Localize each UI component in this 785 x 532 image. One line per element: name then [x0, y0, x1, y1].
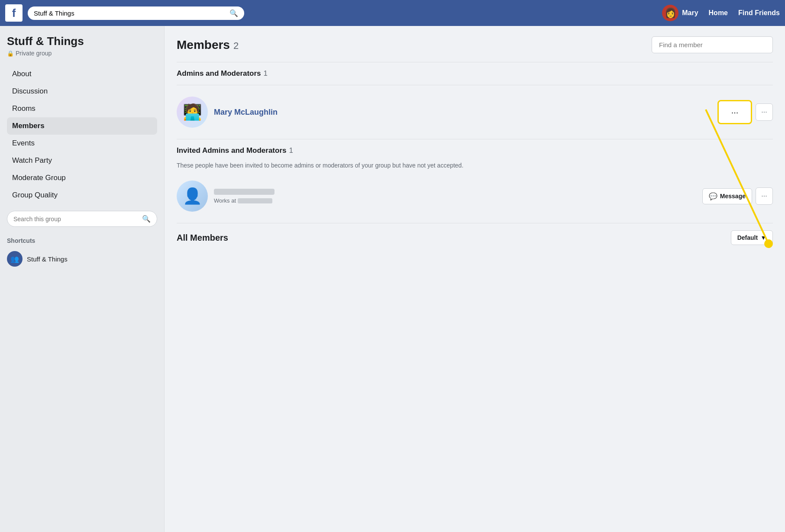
admin-member-section: 🧑‍💻 Mary McLaughlin ··· ··· [177, 92, 773, 132]
avatar: 👩 [662, 5, 678, 21]
admin-member-row: 🧑‍💻 Mary McLaughlin ··· ··· [177, 92, 773, 132]
nav-right: 👩 Mary Home Find Friends [662, 5, 780, 21]
members-title: Members 2 [177, 38, 239, 52]
sidebar-item-group-quality[interactable]: Group Quality [7, 187, 157, 204]
sidebar-item-events[interactable]: Events [7, 135, 157, 152]
members-header: Members 2 [177, 36, 773, 53]
admin-three-dots-button[interactable]: ··· [756, 103, 773, 121]
all-members-title: All Members [177, 233, 228, 243]
admin-avatar: 🧑‍💻 [177, 97, 208, 128]
admin-member-name[interactable]: Mary McLaughlin [214, 108, 278, 117]
invited-member-actions: 💬 Message ··· [702, 187, 773, 205]
find-member-input[interactable] [652, 36, 773, 53]
sidebar-navigation: About Discussion Rooms Members Events Wa… [7, 65, 157, 204]
main-content: Members 2 Admins and Moderators 1 🧑‍💻 Ma… [165, 26, 785, 532]
divider [177, 62, 773, 62]
admin-three-dots-highlighted-button[interactable]: ··· [717, 100, 752, 124]
search-group-box[interactable]: 🔍 [7, 211, 157, 227]
members-count: 2 [233, 40, 239, 52]
all-members-row: All Members Default ▼ [177, 230, 773, 245]
sidebar-item-watch-party[interactable]: Watch Party [7, 152, 157, 169]
sidebar-item-rooms[interactable]: Rooms [7, 100, 157, 117]
divider4 [177, 223, 773, 223]
invited-name-redacted [214, 189, 275, 195]
shortcut-label: Stuff & Things [27, 255, 68, 263]
search-group-icon: 🔍 [142, 215, 151, 223]
shortcut-group-icon: 👥 [7, 251, 23, 267]
sidebar-item-moderate-group[interactable]: Moderate Group [7, 169, 157, 187]
messenger-icon: 💬 [709, 192, 717, 200]
find-friends-nav-link[interactable]: Find Friends [738, 9, 780, 17]
invited-three-dots-button[interactable]: ··· [756, 187, 773, 205]
invited-desc: These people have been invited to become… [177, 161, 773, 170]
sidebar-item-members[interactable]: Members [7, 117, 157, 135]
top-navigation: f 🔍 👩 Mary Home Find Friends [0, 0, 785, 26]
group-type: 🔒 Private group [7, 50, 157, 57]
divider2 [177, 85, 773, 85]
invited-member-row: 👤 Works at 💬 Message ··· [177, 176, 773, 216]
sidebar-item-discussion[interactable]: Discussion [7, 83, 157, 100]
shortcuts-label: Shortcuts [7, 237, 157, 244]
default-sort-button[interactable]: Default ▼ [731, 230, 773, 245]
group-title: Stuff & Things [7, 35, 157, 48]
shortcut-stuff-things[interactable]: 👥 Stuff & Things [7, 248, 157, 269]
message-button[interactable]: 💬 Message [702, 188, 752, 204]
chevron-down-icon: ▼ [760, 234, 766, 241]
invited-member-info: Works at [214, 189, 275, 204]
invited-section-title: Invited Admins and Moderators 1 [177, 146, 773, 155]
user-profile-nav[interactable]: 👩 Mary [662, 5, 698, 21]
search-bar[interactable]: 🔍 [28, 6, 244, 20]
invited-member-sub: Works at [214, 197, 275, 204]
admins-section-title: Admins and Moderators 1 [177, 69, 773, 78]
home-nav-link[interactable]: Home [709, 9, 728, 17]
invited-avatar: 👤 [177, 181, 208, 212]
search-group-input[interactable] [13, 216, 139, 222]
admin-member-actions: ··· ··· [717, 100, 773, 124]
invited-works-redacted [238, 198, 272, 203]
user-name-nav: Mary [682, 9, 698, 17]
lock-icon: 🔒 [7, 50, 14, 57]
sidebar: Stuff & Things 🔒 Private group About Dis… [0, 26, 165, 532]
sidebar-item-about[interactable]: About [7, 65, 157, 83]
facebook-logo[interactable]: f [5, 4, 23, 22]
search-input[interactable] [34, 10, 226, 17]
divider3 [177, 139, 773, 139]
search-icon: 🔍 [229, 9, 238, 17]
